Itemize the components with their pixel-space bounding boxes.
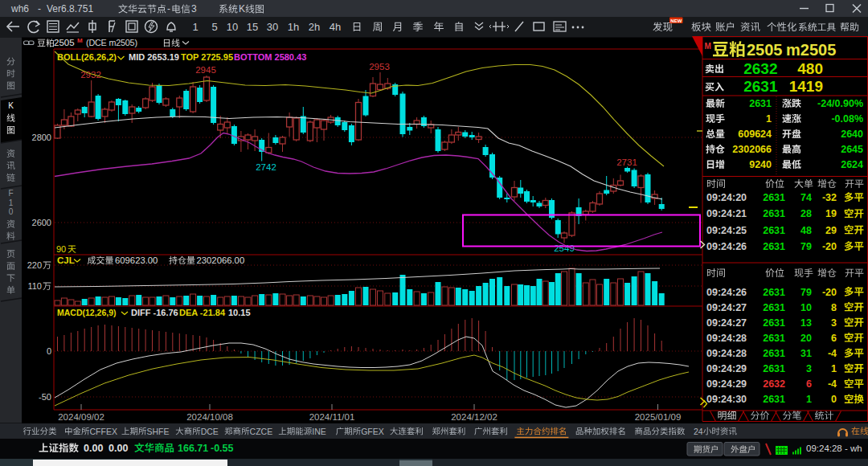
svg-text:MACD(12,26,9): MACD(12,26,9) [57, 308, 117, 317]
svg-text:10: 10 [227, 21, 238, 33]
svg-text:K: K [239, 3, 245, 14]
svg-text:09:24:27: 09:24:27 [706, 317, 747, 329]
svg-text:09:24:29: 09:24:29 [706, 378, 747, 390]
svg-text:09:24:26: 09:24:26 [706, 241, 747, 252]
svg-text:1419: 1419 [789, 78, 823, 95]
svg-text:DIFF -16.76: DIFF -16.76 [131, 308, 178, 317]
svg-text:5: 5 [211, 21, 217, 33]
svg-text:220: 220 [27, 260, 42, 270]
svg-text:-4: -4 [828, 348, 837, 359]
svg-text:09:24:28: 09:24:28 [706, 348, 747, 359]
svg-text:2505: 2505 [747, 41, 783, 59]
svg-text:2631: 2631 [763, 302, 785, 313]
svg-text:09:24:26: 09:24:26 [706, 287, 747, 298]
svg-text:9240: 9240 [749, 159, 772, 170]
svg-text:-: - [38, 3, 41, 14]
svg-text:1: 1 [9, 198, 14, 207]
svg-text:M: M [77, 37, 83, 44]
svg-text:20: 20 [800, 333, 812, 344]
svg-text:GFEX: GFEX [361, 427, 384, 436]
svg-text:2631: 2631 [763, 363, 785, 374]
svg-text:10.15: 10.15 [228, 308, 251, 317]
svg-text:3: 3 [191, 3, 197, 14]
svg-text:CFFEX: CFFEX [90, 427, 117, 436]
svg-text:-20: -20 [822, 287, 837, 298]
svg-text:DEA -21.84: DEA -21.84 [179, 308, 226, 317]
svg-text:CJL: CJL [57, 255, 75, 265]
svg-text:31: 31 [800, 348, 812, 359]
svg-text:0: 0 [47, 346, 51, 356]
svg-text:29: 29 [825, 225, 837, 236]
svg-text:NEW: NEW [670, 18, 682, 23]
svg-text:2631: 2631 [763, 208, 785, 219]
svg-text:CZCE: CZCE [250, 427, 273, 436]
svg-text:2631: 2631 [763, 348, 785, 359]
svg-text:2800: 2800 [32, 133, 51, 142]
svg-text:2505: 2505 [54, 38, 75, 47]
svg-text:13: 13 [800, 317, 812, 329]
svg-text:-0.08%: -0.08% [831, 113, 863, 125]
svg-text:09:24:20: 09:24:20 [706, 192, 747, 203]
svg-text:79: 79 [800, 287, 812, 298]
svg-text:-24/0.90%: -24/0.90% [817, 98, 863, 109]
svg-text:2640: 2640 [841, 129, 863, 140]
svg-text:2h: 2h [309, 21, 320, 33]
svg-text:2631: 2631 [763, 225, 785, 236]
svg-text:09:24:27: 09:24:27 [706, 302, 747, 313]
svg-text:-4: -4 [828, 378, 837, 390]
svg-text:0.00: 0.00 [84, 443, 103, 454]
svg-text:0: 0 [831, 394, 837, 405]
svg-text:2645: 2645 [841, 144, 863, 155]
svg-text:110: 110 [27, 281, 42, 291]
svg-text:8: 8 [831, 302, 837, 313]
svg-text:0.00: 0.00 [108, 443, 128, 454]
svg-text:SHFE: SHFE [147, 427, 170, 436]
svg-text:48: 48 [800, 225, 812, 236]
svg-text:6: 6 [806, 378, 812, 390]
svg-text:1: 1 [806, 394, 812, 405]
svg-text:1: 1 [766, 113, 772, 125]
svg-text:2731: 2731 [616, 157, 637, 167]
svg-text:0: 0 [9, 207, 14, 216]
svg-text:10: 10 [800, 302, 812, 313]
svg-text:2953: 2953 [369, 62, 390, 72]
svg-text:MID 2653.19: MID 2653.19 [129, 52, 179, 62]
svg-text:2631: 2631 [763, 192, 785, 203]
svg-text:1h: 1h [288, 21, 299, 33]
svg-text:79: 79 [800, 241, 812, 252]
svg-text:74: 74 [800, 192, 812, 203]
svg-text:2631: 2631 [763, 394, 785, 405]
svg-text:2945: 2945 [195, 65, 216, 75]
svg-text:3: 3 [806, 363, 812, 374]
svg-text:2302066: 2302066 [732, 144, 772, 155]
svg-text:2024/10/08: 2024/10/08 [186, 412, 233, 422]
svg-text:-50: -50 [39, 392, 51, 402]
svg-text:2631: 2631 [743, 78, 778, 95]
svg-text:480: 480 [797, 60, 823, 77]
svg-text:6: 6 [831, 333, 837, 344]
svg-text:09:24:28: 09:24:28 [706, 333, 747, 344]
svg-text:(DCE m2505): (DCE m2505) [86, 38, 137, 47]
svg-text:2024/09/02: 2024/09/02 [58, 412, 104, 422]
svg-text:M: M [705, 42, 711, 51]
svg-text:2631: 2631 [763, 317, 785, 329]
svg-text:-20: -20 [822, 241, 837, 252]
svg-text:Ver6.8.751: Ver6.8.751 [47, 3, 93, 14]
svg-text:09:24:29: 09:24:29 [706, 363, 747, 374]
svg-text:2631: 2631 [749, 98, 772, 109]
svg-text:2742: 2742 [256, 162, 276, 172]
svg-text:2631: 2631 [763, 241, 785, 252]
svg-text:19: 19 [825, 208, 837, 219]
svg-text:609624: 609624 [738, 129, 772, 140]
svg-text:3: 3 [831, 317, 837, 329]
svg-text:2302066.00: 2302066.00 [197, 255, 245, 265]
svg-text:2631: 2631 [763, 287, 785, 298]
svg-text:1: 1 [831, 363, 837, 374]
svg-text:2024/11/01: 2024/11/01 [309, 412, 355, 422]
svg-text:166.71: 166.71 [178, 443, 208, 454]
svg-text:1: 1 [192, 21, 198, 33]
svg-text:28: 28 [800, 208, 812, 219]
svg-text:-0.55: -0.55 [211, 443, 234, 454]
svg-text:09:24:21: 09:24:21 [706, 208, 747, 219]
svg-text:90: 90 [56, 244, 66, 254]
